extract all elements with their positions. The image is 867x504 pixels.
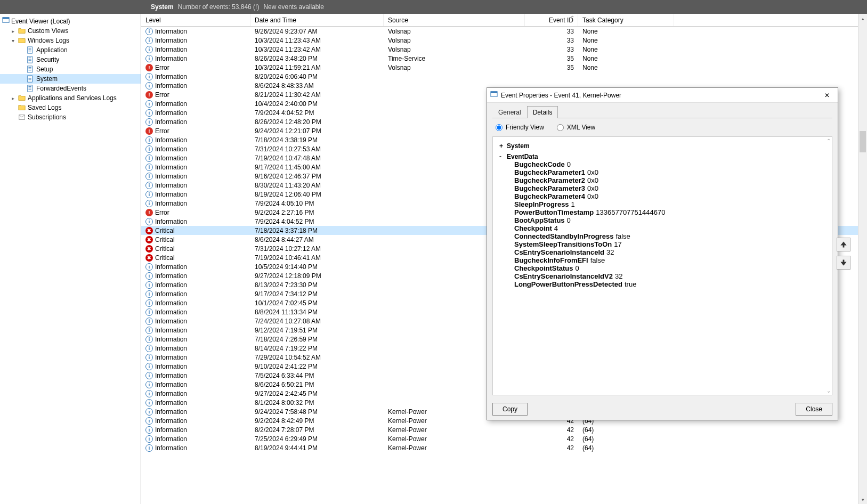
event-row[interactable]: iInformation9/26/2024 9:23:07 AMVolsnap3… [141,27,858,36]
column-source[interactable]: Source [384,14,525,26]
event-level: Information [155,28,187,35]
scroll-down-icon[interactable]: ⌄ [827,388,831,394]
information-icon: i [145,200,153,207]
tree-item-application[interactable]: Application [0,45,141,55]
event-date: 8/8/2024 11:13:34 PM [250,308,384,316]
information-icon: i [145,399,153,407]
dialog-titlebar[interactable]: Event Properties - Event 41, Kernel-Powe… [487,88,838,103]
tree-item-subscriptions[interactable]: Subscriptions [0,112,141,122]
section-eventdata[interactable]: -EventData [499,152,825,160]
column-task[interactable]: Task Category [578,14,674,26]
event-row[interactable]: iInformation8/20/2024 6:06:40 PM [141,72,858,81]
eventdata-key: ConnectedStandbyInProgress [514,232,613,240]
column-date[interactable]: Date and Time [250,14,384,26]
log-icon [26,65,35,74]
next-event-button[interactable] [837,256,850,270]
event-level: Information [155,390,187,397]
event-level: Information [155,164,187,171]
svg-rect-6 [28,56,33,63]
eventdata-value: 0 [567,216,571,224]
copy-button[interactable]: Copy [492,403,528,416]
radio-friendly-view[interactable]: Friendly View [496,124,544,131]
tree-toggle-icon[interactable]: ▾ [10,38,16,44]
event-level: Error [155,127,169,135]
event-row[interactable]: !Error10/3/2024 11:59:21 AMVolsnap35None [141,63,858,72]
eventdata-bugcheckcode: BugcheckCode0 [499,160,825,168]
section-system[interactable]: +System [499,141,825,150]
svg-rect-10 [28,66,33,72]
eventdata-powerbuttontimestamp: PowerButtonTimestamp133657707751444670 [499,208,825,216]
eventdata-key: BugcheckParameter4 [514,192,585,200]
event-date: 7/31/2024 10:27:53 AM [250,145,384,153]
event-level: Information [155,191,187,198]
event-level: Information [155,345,187,352]
eventdata-checkpointstatus: CheckpointStatus0 [499,264,825,272]
event-date: 8/6/2024 8:44:27 AM [250,236,384,243]
close-button[interactable]: Close [796,403,832,416]
prev-event-button[interactable] [837,238,850,251]
event-source: Volsnap [384,28,525,35]
event-row[interactable]: iInformation7/25/2024 6:29:49 PMKernel-P… [141,434,858,443]
event-row[interactable]: iInformation10/3/2024 11:23:42 AMVolsnap… [141,45,858,54]
information-icon: i [145,444,153,452]
event-level: Information [155,155,187,162]
event-level: Information [155,381,187,388]
column-eventid[interactable]: Event ID [525,14,578,26]
event-id: 42 [525,426,578,434]
event-date: 7/5/2024 6:33:44 PM [250,372,384,379]
event-date: 10/3/2024 11:59:21 AM [250,64,384,71]
eventdata-bugcheckparameter1: BugcheckParameter10x0 [499,168,825,176]
event-task: (64) [578,426,674,434]
information-icon: i [145,272,153,280]
tab-general[interactable]: General [492,106,527,118]
event-row[interactable]: iInformation10/3/2024 11:23:43 AMVolsnap… [141,36,858,45]
tree-toggle-icon[interactable]: ▸ [10,28,16,34]
event-level: Information [155,417,187,425]
tab-details[interactable]: Details [527,106,558,118]
tree-item-custom-views[interactable]: ▸Custom Views [0,26,141,36]
information-icon: i [145,336,153,343]
event-row[interactable]: iInformation8/19/2024 9:44:41 PMKernel-P… [141,443,858,452]
tree-item-setup[interactable]: Setup [0,64,141,74]
event-row[interactable]: iInformation8/2/2024 7:28:07 PMKernel-Po… [141,425,858,434]
tree-toggle-icon[interactable]: ▸ [10,95,16,101]
event-date: 9/2/2024 8:42:49 PM [250,417,384,425]
log-icon [26,55,35,64]
event-row[interactable]: iInformation8/26/2024 3:48:20 PMTime-Ser… [141,54,858,63]
event-date: 8/30/2024 11:43:20 AM [250,182,384,189]
tree-item-saved-logs[interactable]: Saved Logs [0,103,141,112]
information-icon: i [145,318,153,325]
details-content[interactable]: ⌃ +System -EventData BugcheckCode0Bugche… [492,136,832,395]
tree-item-security[interactable]: Security [0,55,141,64]
event-source: Time-Service [384,55,525,62]
tree-item-applications-and-services-logs[interactable]: ▸Applications and Services Logs [0,93,141,103]
column-level[interactable]: Level [141,14,250,26]
vertical-scrollbar[interactable]: ▴ ▾ [858,14,867,504]
scroll-thumb[interactable] [860,131,866,152]
tree-item-label: Application [36,46,68,54]
tree-item-forwardedevents[interactable]: ForwardedEvents [0,84,141,93]
tree-item-system[interactable]: System [0,74,141,84]
scroll-up-arrow-icon[interactable]: ▴ [858,14,867,23]
event-level: Error [155,91,169,99]
close-icon[interactable]: ✕ [820,90,834,101]
event-level: Information [155,444,187,452]
log-icon [26,75,35,83]
event-date: 7/31/2024 10:27:12 AM [250,245,384,253]
eventdata-key: SystemSleepTransitionsToOn [514,240,612,248]
event-date: 7/18/2024 3:38:19 PM [250,136,384,144]
eventdata-key: Checkpoint [514,224,552,232]
tree-item-windows-logs[interactable]: ▾Windows Logs [0,36,141,45]
event-date: 9/26/2024 9:23:07 AM [250,28,384,35]
information-icon: i [145,155,153,162]
event-level: Information [155,55,187,62]
scroll-up-icon[interactable]: ⌃ [827,138,831,144]
information-icon: i [145,354,153,361]
event-level: Information [155,336,187,343]
event-level: Information [155,308,187,316]
scroll-down-arrow-icon[interactable]: ▾ [858,495,867,504]
tree-root[interactable]: Event Viewer (Local) [0,16,141,26]
radio-xml-view[interactable]: XML View [557,124,595,131]
eventdata-value: 133657707751444670 [596,208,665,216]
eventdata-key: SleepInProgress [514,200,569,208]
